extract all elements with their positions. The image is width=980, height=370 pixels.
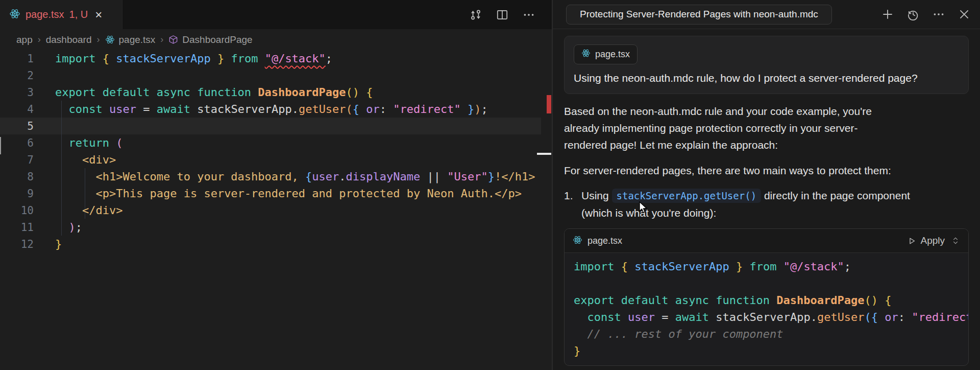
line-number: 4	[0, 103, 55, 115]
code-line: 4 const user = await stackServerApp.getU…	[0, 101, 552, 118]
code-block-line: // ... rest of your component	[574, 326, 968, 342]
code-line: 10 </div>	[0, 202, 552, 219]
symbol-class-icon	[168, 35, 178, 44]
chat-title[interactable]: Protecting Server-Rendered Pages with ne…	[566, 5, 832, 25]
split-editor-icon[interactable]	[496, 8, 509, 21]
list-text: Using	[581, 190, 612, 201]
line-number: 2	[0, 70, 55, 82]
context-chip[interactable]: page.tsx	[574, 44, 638, 64]
react-icon	[105, 35, 115, 44]
code-block-line: const user = await stackServerApp.getUse…	[574, 309, 968, 326]
line-number: 1	[0, 53, 55, 65]
code-line: 9 <p>This page is server-rendered and pr…	[0, 185, 552, 202]
chat-header-icons	[881, 8, 971, 21]
tab-filename: page.tsx	[26, 9, 64, 20]
assistant-paragraph: For server-rendered pages, there are two…	[564, 162, 969, 179]
list-body: Using stackServerApp.getUser() directly …	[581, 187, 910, 221]
close-panel-icon[interactable]	[958, 8, 971, 21]
code-block-line: export default async function DashboardP…	[574, 292, 968, 309]
context-chip-label: page.tsx	[595, 49, 630, 60]
code-line: 2	[0, 67, 552, 84]
code-line: 3export default async function Dashboard…	[0, 84, 552, 101]
code-block-filename: page.tsx	[587, 236, 622, 246]
breadcrumb-item-dashboard[interactable]: dashboard	[46, 34, 92, 45]
breadcrumb-separator: ›	[160, 34, 163, 45]
chat-more-icon[interactable]	[932, 8, 945, 21]
react-icon	[573, 235, 582, 247]
breadcrumb-item-page.tsx[interactable]: page.tsx	[105, 34, 156, 45]
code-block-line	[574, 275, 968, 292]
code-line: 5	[0, 118, 552, 134]
breadcrumb-separator: ›	[38, 34, 41, 45]
left-edge-marker	[0, 137, 1, 154]
breadcrumb-item-app[interactable]: app	[16, 34, 33, 45]
code-editor[interactable]: 1import { stackServerApp } from "@/stack…	[0, 50, 552, 370]
code-block-header: page.tsx Apply	[565, 229, 968, 253]
react-icon	[9, 8, 20, 21]
line-number: 10	[0, 204, 55, 217]
editor-more-icon[interactable]	[522, 8, 535, 21]
apply-button[interactable]: Apply	[908, 235, 945, 246]
assistant-paragraph: Based on the neon-auth.mdc rule and your…	[564, 103, 969, 153]
line-number: 11	[0, 221, 55, 234]
chat-content: page.tsx Using the neon-auth.mdc rule, h…	[553, 29, 980, 366]
code-line: 6 return (	[0, 134, 552, 151]
tab-status-badge: 1, U	[69, 9, 88, 20]
code-line: 8 <h1>Welcome to your dashboard, {user.d…	[0, 168, 552, 185]
line-number: 6	[0, 137, 55, 149]
breadcrumb: app›dashboard›page.tsx›DashboardPage	[0, 29, 552, 50]
editor-actions	[469, 0, 535, 29]
editor-pane: page.tsx 1, U ×	[0, 0, 552, 370]
chevron-up-down-icon[interactable]	[951, 236, 960, 245]
react-icon	[581, 49, 591, 60]
tab-page-tsx[interactable]: page.tsx 1, U ×	[0, 0, 122, 29]
inline-code: stackServerApp.getUser()	[612, 189, 762, 203]
chat-header: Protecting Server-Rendered Pages with ne…	[553, 0, 980, 29]
line-number: 12	[0, 238, 55, 250]
line-number: 9	[0, 188, 55, 200]
user-message-card: page.tsx Using the neon-auth.mdc rule, h…	[564, 36, 969, 94]
code-block-line: }	[574, 342, 968, 359]
user-question: Using the neon-auth.mdc rule, how do I p…	[574, 72, 959, 84]
history-icon[interactable]	[906, 8, 920, 21]
tab-bar: page.tsx 1, U ×	[0, 0, 552, 29]
code-block-body: import { stackServerApp } from "@/stack"…	[565, 253, 968, 365]
play-icon	[908, 237, 916, 245]
breadcrumb-item-dashboardpage[interactable]: DashboardPage	[168, 34, 252, 45]
list-marker: 1.	[564, 187, 581, 221]
code-line: 12}	[0, 236, 552, 252]
line-number: 3	[0, 86, 55, 99]
code-block-line: import { stackServerApp } from "@/stack"…	[574, 258, 968, 275]
line-number: 8	[0, 171, 55, 183]
chat-pane: Protecting Server-Rendered Pages with ne…	[553, 0, 980, 370]
chat-code-block: page.tsx Apply import { stackSe	[564, 228, 969, 366]
breadcrumb-separator: ›	[97, 34, 100, 45]
line-number: 5	[0, 120, 55, 132]
code-line: 7 <div>	[0, 151, 552, 168]
line-number: 7	[0, 154, 55, 166]
open-changes-icon[interactable]	[469, 8, 482, 21]
code-line: 1import { stackServerApp } from "@/stack…	[0, 50, 552, 67]
code-line: 11 );	[0, 219, 552, 236]
new-chat-icon[interactable]	[881, 8, 894, 21]
assistant-list-item: 1. Using stackServerApp.getUser() direct…	[564, 187, 969, 221]
tab-close-icon[interactable]: ×	[93, 8, 104, 22]
